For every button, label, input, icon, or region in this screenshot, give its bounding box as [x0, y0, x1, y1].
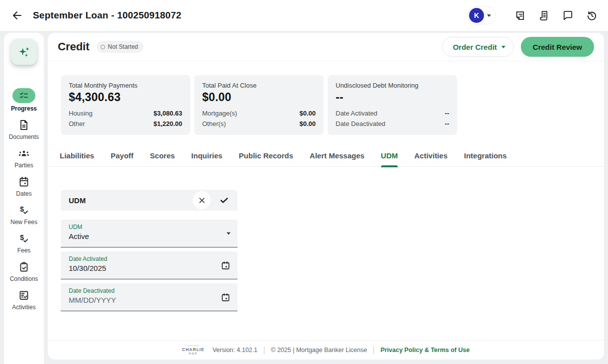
card-value: $4,300.63 [69, 91, 182, 104]
sidebar-item-new-fees[interactable]: $ New Fees [4, 204, 44, 226]
ai-assistant-button[interactable] [11, 39, 37, 65]
status-circle-icon [101, 45, 105, 49]
top-bar: September Loan - 100250918072 K [0, 0, 608, 31]
order-credit-button[interactable]: Order Credit [442, 37, 513, 57]
credit-header: Credit Not Started Order Credit Credit R… [48, 33, 604, 61]
version-text: Version: 4.102.1 [213, 347, 257, 354]
card-row: Mortgage(s) $0.00 [202, 108, 316, 119]
sidebar-item-parties[interactable]: Parties [4, 147, 44, 169]
charlie-logo: CHARLIE POP [182, 346, 205, 355]
credit-review-button[interactable]: Credit Review [521, 37, 594, 57]
confirm-button[interactable] [215, 191, 234, 209]
billing-button[interactable] [538, 10, 550, 21]
tab-liabilities[interactable]: Liabilities [60, 151, 94, 166]
row-value: $0.00 [299, 120, 316, 127]
receipt-icon [538, 10, 550, 21]
card-value: -- [336, 91, 449, 104]
note-icon [514, 10, 526, 21]
row-value: $3,080.63 [153, 110, 182, 117]
field-label: Date Activated [69, 255, 216, 262]
sidebar: Progress Documents Parties Dates $ New F… [4, 33, 44, 364]
card-total-monthly-payments: Total Monthly Payments $4,300.63 Housing… [61, 75, 190, 135]
tab-alert-messages[interactable]: Alert Messages [310, 151, 365, 166]
app-shell: Progress Documents Parties Dates $ New F… [0, 31, 608, 364]
field-placeholder: MM/DD/YYYY [69, 296, 216, 304]
chat-icon [562, 10, 574, 21]
credit-tabs: Liabilities Payoff Scores Inquiries Publ… [48, 151, 604, 167]
history-button[interactable] [586, 10, 598, 21]
card-title: Total Paid At Close [202, 82, 316, 89]
sidebar-item-label: Activities [12, 304, 35, 311]
svg-text:$: $ [20, 205, 24, 213]
tab-udm[interactable]: UDM [381, 151, 398, 166]
sidebar-item-label: Documents [9, 133, 39, 140]
row-value: $0.00 [299, 110, 316, 117]
sidebar-item-fees[interactable]: $ Fees [4, 232, 44, 254]
tab-payoff[interactable]: Payoff [111, 151, 133, 166]
sidebar-item-dates[interactable]: Dates [4, 175, 44, 197]
udm-status-select[interactable]: UDM Active [61, 220, 238, 247]
row-value: -- [445, 120, 449, 127]
tab-inquiries[interactable]: Inquiries [191, 151, 223, 166]
cancel-button[interactable] [193, 191, 211, 209]
document-icon [18, 119, 30, 131]
logo-decoration [188, 346, 199, 347]
field-label: UDM [69, 224, 216, 231]
tab-activities[interactable]: Activities [414, 151, 448, 166]
row-label: Date Activated [336, 110, 377, 117]
dollar-check-icon: $ [18, 204, 30, 217]
footer: CHARLIE POP Version: 4.102.1 © 2025 | Mo… [48, 340, 604, 360]
people-icon [18, 147, 30, 160]
arrow-left-icon [11, 9, 23, 21]
calendar-icon[interactable] [221, 292, 231, 302]
field-value: Active [69, 232, 216, 241]
tab-scores[interactable]: Scores [150, 151, 175, 166]
sidebar-item-progress[interactable]: Progress [4, 88, 44, 112]
logo-subtext: POP [189, 352, 198, 355]
sidebar-item-documents[interactable]: Documents [4, 119, 44, 140]
footer-divider [264, 347, 264, 354]
card-total-paid-at-close: Total Paid At Close $0.00 Mortgage(s) $0… [194, 75, 324, 135]
sidebar-item-label: Parties [14, 162, 33, 169]
row-label: Mortgage(s) [202, 110, 237, 117]
user-avatar-menu[interactable]: K [468, 6, 496, 24]
privacy-terms-link[interactable]: Privacy Policy & Terms of Use [380, 347, 470, 354]
sidebar-item-label: Progress [11, 105, 37, 112]
field-value: 10/30/2025 [69, 264, 216, 272]
avatar: K [469, 8, 484, 23]
udm-section-header: UDM [61, 190, 238, 211]
row-label: Other [69, 120, 85, 127]
sidebar-item-conditions[interactable]: Conditions [4, 260, 44, 282]
row-label: Housing [69, 110, 93, 117]
loan-title: September Loan - 100250918072 [33, 10, 181, 21]
svg-text:$: $ [20, 234, 24, 242]
date-activated-input[interactable]: Date Activated 10/30/2025 [61, 251, 238, 279]
note-button[interactable] [514, 10, 526, 21]
back-button[interactable] [10, 8, 25, 23]
date-deactivated-input[interactable]: Date Deactivated MM/DD/YYYY [61, 283, 238, 311]
field-label: Date Deactivated [69, 287, 216, 294]
status-badge-label: Not Started [108, 43, 138, 50]
summary-cards-row: Total Monthly Payments $4,300.63 Housing… [48, 61, 604, 135]
dollar-check-icon: $ [18, 232, 30, 245]
history-icon [586, 10, 598, 21]
calendar-icon [18, 175, 30, 188]
chat-button[interactable] [562, 10, 574, 21]
row-label: Date Deactivated [336, 120, 385, 127]
card-title: Undisclosed Debt Monitoring [336, 82, 449, 89]
udm-section-title: UDM [69, 196, 86, 205]
footer-divider [373, 347, 374, 354]
row-value: -- [445, 110, 449, 117]
list-check-icon [18, 289, 30, 302]
clipboard-check-icon [18, 260, 30, 273]
tab-public-records[interactable]: Public Records [239, 151, 293, 166]
card-row: Date Activated -- [336, 108, 449, 119]
tab-integrations[interactable]: Integrations [464, 151, 507, 166]
sidebar-item-activities[interactable]: Activities [4, 289, 44, 311]
license-text: © 2025 | Mortgage Banker License [271, 347, 367, 354]
calendar-icon[interactable] [221, 260, 231, 270]
logo-text: CHARLIE [182, 347, 205, 352]
udm-panel: UDM UDM Acti [61, 190, 238, 315]
sidebar-item-label: New Fees [10, 219, 37, 226]
order-credit-label: Order Credit [453, 43, 496, 51]
